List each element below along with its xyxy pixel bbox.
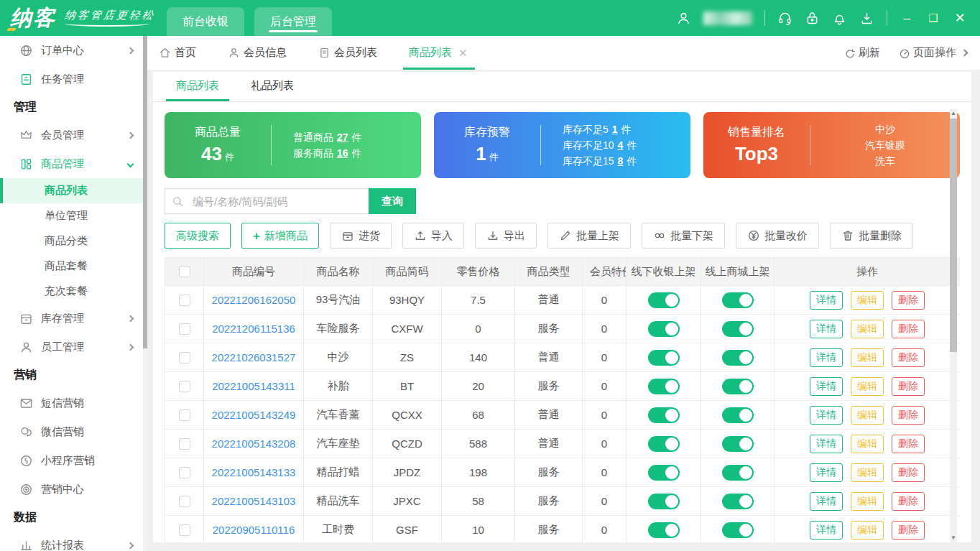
- delete-button[interactable]: 删除: [892, 377, 925, 396]
- headset-icon[interactable]: [777, 11, 792, 26]
- toolbar-button[interactable]: 导入: [402, 223, 464, 249]
- toolbar-button[interactable]: 批量删除: [830, 223, 913, 249]
- sidebar-item[interactable]: 任务管理: [0, 65, 147, 93]
- toolbar-button[interactable]: 批量上架: [547, 223, 631, 249]
- card-detail-count[interactable]: 8: [614, 155, 627, 167]
- download-icon[interactable]: [859, 11, 874, 26]
- sidebar-subitem[interactable]: 商品列表: [0, 178, 147, 203]
- edit-button[interactable]: 编辑: [851, 463, 884, 482]
- row-checkbox[interactable]: [179, 409, 190, 421]
- goods-code-link[interactable]: 20221206162050: [212, 294, 296, 306]
- sidebar-item[interactable]: 订单中心: [0, 36, 147, 65]
- edit-button[interactable]: 编辑: [851, 435, 884, 453]
- toolbar-button[interactable]: 批量改价: [736, 223, 819, 249]
- minimize-button[interactable]: –: [900, 11, 914, 25]
- lock-icon[interactable]: [805, 11, 820, 26]
- offline-shelf-toggle[interactable]: [648, 379, 680, 394]
- detail-button[interactable]: 详情: [810, 492, 843, 511]
- page-tab[interactable]: 商品列表✕: [409, 36, 468, 70]
- detail-button[interactable]: 详情: [810, 377, 843, 396]
- row-checkbox[interactable]: [179, 524, 190, 536]
- row-checkbox[interactable]: [179, 467, 190, 478]
- sidebar-item[interactable]: 营销中心: [0, 475, 147, 504]
- offline-shelf-toggle[interactable]: [648, 407, 680, 423]
- sidebar-item[interactable]: 员工管理: [0, 333, 147, 361]
- card-detail-count[interactable]: 27: [333, 131, 352, 143]
- sidebar-item[interactable]: 商品管理: [0, 149, 147, 178]
- sidebar-item[interactable]: 会员管理: [0, 121, 147, 149]
- edit-button[interactable]: 编辑: [851, 348, 884, 367]
- edit-button[interactable]: 编辑: [851, 320, 884, 338]
- sidebar-item[interactable]: 统计报表: [0, 531, 147, 551]
- select-all-checkbox[interactable]: [179, 266, 190, 277]
- mode-tab-backoffice[interactable]: 后台管理: [254, 7, 332, 36]
- sidebar-scrollbar-thumb[interactable]: [143, 36, 147, 348]
- mode-tab-cashier[interactable]: 前台收银: [167, 7, 244, 36]
- delete-button[interactable]: 删除: [892, 521, 925, 540]
- search-input[interactable]: [193, 195, 362, 208]
- goods-code-link[interactable]: 20221026031527: [212, 351, 296, 364]
- sidebar-item[interactable]: 短信营销: [0, 389, 147, 417]
- online-shelf-toggle[interactable]: [722, 407, 754, 423]
- delete-button[interactable]: 删除: [892, 435, 925, 453]
- delete-button[interactable]: 删除: [892, 348, 925, 367]
- sidebar-scrollbar[interactable]: [143, 36, 147, 551]
- edit-button[interactable]: 编辑: [851, 521, 884, 540]
- delete-button[interactable]: 删除: [892, 320, 925, 338]
- online-shelf-toggle[interactable]: [722, 465, 754, 481]
- scroll-up-icon[interactable]: ▲: [951, 109, 956, 118]
- edit-button[interactable]: 编辑: [851, 377, 884, 396]
- bell-icon[interactable]: [832, 11, 847, 26]
- goods-code-link[interactable]: 20221005143103: [212, 495, 296, 507]
- row-checkbox[interactable]: [179, 381, 190, 392]
- edit-button[interactable]: 编辑: [851, 406, 884, 425]
- goods-code-link[interactable]: 20221005143133: [212, 466, 296, 478]
- detail-button[interactable]: 详情: [810, 521, 843, 540]
- panel-tab[interactable]: 礼品列表: [251, 79, 294, 101]
- goods-code-link[interactable]: 20221005143208: [212, 437, 296, 450]
- maximize-button[interactable]: ❑: [926, 11, 940, 25]
- offline-shelf-toggle[interactable]: [648, 321, 680, 337]
- page-ops-button[interactable]: 页面操作: [899, 46, 967, 60]
- close-tab-icon[interactable]: ✕: [458, 47, 468, 60]
- page-tab[interactable]: 首页: [159, 36, 196, 70]
- sidebar-subitem[interactable]: 商品分类: [0, 228, 147, 254]
- edit-button[interactable]: 编辑: [851, 492, 884, 511]
- sidebar-subitem[interactable]: 充次套餐: [0, 279, 147, 304]
- sidebar-subitem[interactable]: 商品套餐: [0, 254, 147, 279]
- sidebar-item[interactable]: 库存管理: [0, 304, 147, 333]
- card-detail-count[interactable]: 1: [609, 124, 621, 135]
- goods-code-link[interactable]: 20220905110116: [213, 524, 295, 536]
- panel-tab[interactable]: 商品列表: [176, 79, 219, 101]
- goods-code-link[interactable]: 20221005143249: [212, 409, 296, 421]
- online-shelf-toggle[interactable]: [722, 494, 754, 509]
- offline-shelf-toggle[interactable]: [648, 465, 680, 481]
- row-checkbox[interactable]: [179, 323, 190, 335]
- card-detail-count[interactable]: 4: [614, 139, 627, 151]
- delete-button[interactable]: 删除: [892, 406, 925, 425]
- offline-shelf-toggle[interactable]: [648, 522, 680, 538]
- online-shelf-toggle[interactable]: [722, 379, 754, 394]
- goods-code-link[interactable]: 20221206115136: [212, 323, 295, 335]
- refresh-button[interactable]: 刷新: [844, 46, 880, 60]
- detail-button[interactable]: 详情: [810, 348, 843, 367]
- toolbar-button[interactable]: 进货: [330, 223, 392, 249]
- detail-button[interactable]: 详情: [810, 406, 843, 425]
- panel-scrollbar-thumb[interactable]: [950, 119, 957, 352]
- detail-button[interactable]: 详情: [810, 463, 843, 482]
- offline-shelf-toggle[interactable]: [648, 494, 680, 509]
- row-checkbox[interactable]: [179, 295, 190, 306]
- delete-button[interactable]: 删除: [892, 291, 925, 310]
- offline-shelf-toggle[interactable]: [648, 350, 680, 366]
- query-button[interactable]: 查询: [369, 188, 416, 214]
- sidebar-item[interactable]: 微信营销: [0, 417, 147, 446]
- card-detail-count[interactable]: 16: [333, 147, 352, 159]
- detail-button[interactable]: 详情: [810, 291, 843, 310]
- page-tab[interactable]: 会员信息: [228, 36, 287, 70]
- detail-button[interactable]: 详情: [810, 320, 843, 338]
- toolbar-button[interactable]: +新增商品: [241, 223, 319, 249]
- detail-button[interactable]: 详情: [810, 435, 843, 453]
- row-checkbox[interactable]: [179, 496, 190, 507]
- panel-scrollbar[interactable]: ▲ ▼: [950, 109, 957, 542]
- toolbar-button[interactable]: 批量下架: [642, 223, 725, 249]
